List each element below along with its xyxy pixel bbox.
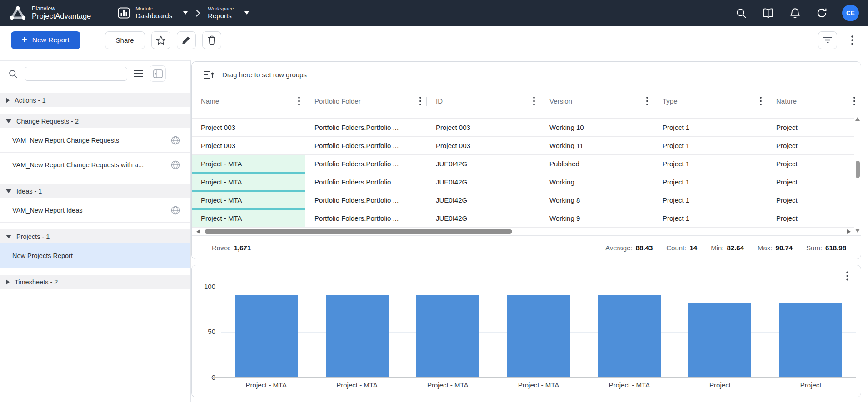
search-input[interactable] [25, 67, 127, 81]
column-header-name[interactable]: Name [192, 88, 305, 114]
cell-name[interactable]: Project - MTA [192, 191, 305, 209]
cell-name[interactable]: Project 003 [192, 119, 305, 136]
chart-xlabels: Project - MTAProject - MTAProject - MTAP… [221, 381, 856, 389]
cell-portfolio-folder[interactable]: Portfolio Folders.Portfolio ... [305, 119, 427, 136]
delete-button[interactable] [202, 31, 221, 49]
sidebar-item[interactable]: New Projects Report [0, 243, 190, 268]
bar-4[interactable] [598, 295, 661, 377]
cell-id[interactable]: JUE0I42G [427, 155, 540, 173]
filter-button[interactable] [818, 31, 837, 49]
refresh-icon[interactable] [815, 7, 828, 20]
cell-portfolio-folder[interactable]: Portfolio Folders.Portfolio ... [305, 173, 427, 191]
horizontal-scrollbar-thumb[interactable] [205, 229, 512, 234]
cell-name[interactable]: Project - MTA [192, 155, 305, 173]
row-group-dropzone[interactable]: Drag here to set row groups [192, 62, 861, 88]
cell-name[interactable]: Project 003 [192, 137, 305, 154]
bar-6[interactable] [779, 303, 842, 377]
search-icon[interactable] [735, 7, 748, 20]
cell-version[interactable]: Published [540, 155, 653, 173]
bar-1[interactable] [326, 295, 389, 377]
scroll-left-icon[interactable] [196, 229, 200, 234]
sidebar-section-header[interactable]: Ideas - 1 [0, 184, 190, 198]
sidebar-section-header[interactable]: Actions - 1 [0, 93, 190, 107]
help-book-icon[interactable] [762, 7, 774, 20]
cell-id[interactable]: JUE0I42G [427, 209, 540, 227]
edit-button[interactable] [177, 31, 196, 49]
module-selector[interactable]: Module Dashboards [118, 6, 188, 20]
column-header-portfolio-folder[interactable]: Portfolio Folder [305, 88, 427, 114]
cell-type[interactable]: Project 1 [653, 119, 767, 136]
table-row[interactable]: Project - MTAPortfolio Folders.Portfolio… [192, 209, 861, 228]
cell-version[interactable]: Working 9 [540, 209, 653, 227]
new-report-button[interactable]: + New Report [11, 31, 80, 49]
horizontal-scrollbar[interactable] [192, 228, 861, 235]
cell-name[interactable]: Project - MTA [192, 209, 305, 227]
sidebar-item[interactable]: VAM_New Report Change Requests [0, 128, 190, 153]
column-menu-icon[interactable] [533, 97, 535, 105]
cell-id[interactable]: Project 003 [427, 137, 540, 154]
sidebar-item[interactable]: VAM_New Report Ideas [0, 198, 190, 223]
table-row[interactable]: Project - MTAPortfolio Folders.Portfolio… [192, 155, 861, 173]
table-row[interactable]: Project - MTAPortfolio Folders.Portfolio… [192, 173, 861, 191]
cell-portfolio-folder[interactable]: Portfolio Folders.Portfolio ... [305, 191, 427, 209]
vertical-scrollbar-thumb[interactable] [856, 161, 860, 178]
column-header-version[interactable]: Version [540, 88, 653, 114]
sidebar-section-header[interactable]: Timesheets - 2 [0, 275, 190, 289]
cell-version[interactable]: Working 11 [540, 137, 653, 154]
cell-nature[interactable]: Project [767, 137, 861, 154]
share-button[interactable]: Share [105, 31, 145, 49]
notifications-bell-icon[interactable] [788, 7, 801, 20]
cell-portfolio-folder[interactable]: Portfolio Folders.Portfolio ... [305, 137, 427, 154]
cell-type[interactable]: Project 1 [653, 209, 767, 227]
column-menu-icon[interactable] [298, 97, 300, 105]
cell-version[interactable]: Working 8 [540, 191, 653, 209]
cell-version[interactable]: Working [540, 173, 653, 191]
scroll-right-icon[interactable] [847, 229, 851, 234]
column-menu-icon[interactable] [419, 97, 421, 105]
bar-5[interactable] [688, 303, 751, 377]
favorite-button[interactable] [151, 31, 170, 49]
sidebar-search-row [0, 61, 190, 86]
cell-type[interactable]: Project 1 [653, 155, 767, 173]
chart-kebab-menu[interactable] [846, 271, 848, 281]
column-header-nature[interactable]: Nature [767, 88, 861, 114]
table-row[interactable]: Project - MTAPortfolio Folders.Portfolio… [192, 191, 861, 209]
toolbar-kebab-menu[interactable] [847, 34, 857, 46]
cell-name[interactable]: Project - MTA [192, 173, 305, 191]
vertical-scrollbar[interactable] [854, 114, 861, 235]
scroll-up-icon[interactable] [855, 117, 860, 121]
cell-nature[interactable]: Project [767, 209, 861, 227]
table-row[interactable]: Project 003Portfolio Folders.Portfolio .… [192, 137, 861, 155]
table-row[interactable]: Project 003Portfolio Folders.Portfolio .… [192, 119, 861, 137]
cell-nature[interactable]: Project [767, 155, 861, 173]
cell-portfolio-folder[interactable]: Portfolio Folders.Portfolio ... [305, 155, 427, 173]
user-avatar[interactable]: CE [842, 5, 859, 21]
column-menu-icon[interactable] [853, 97, 855, 105]
cell-id[interactable]: Project 003 [427, 119, 540, 136]
sidebar-section-header[interactable]: Change Requests - 2 [0, 114, 190, 128]
sidebar-item[interactable]: VAM_New Report Change Requests with a... [0, 153, 190, 177]
cell-type[interactable]: Project 1 [653, 137, 767, 154]
column-header-type[interactable]: Type [653, 88, 767, 114]
bar-2[interactable] [416, 295, 479, 377]
workspace-selector[interactable]: Workspace Reports [208, 6, 249, 20]
cell-type[interactable]: Project 1 [653, 191, 767, 209]
column-header-id[interactable]: ID [427, 88, 540, 114]
cell-nature[interactable]: Project [767, 119, 861, 136]
column-menu-icon[interactable] [646, 97, 648, 105]
cell-version[interactable]: Working 10 [540, 119, 653, 136]
bar-0[interactable] [235, 295, 298, 377]
cell-portfolio-folder[interactable]: Portfolio Folders.Portfolio ... [305, 209, 427, 227]
brand-logo[interactable]: Planview. ProjectAdvantage [9, 5, 91, 20]
list-menu-icon[interactable] [134, 70, 143, 77]
cell-nature[interactable]: Project [767, 191, 861, 209]
cell-type[interactable]: Project 1 [653, 173, 767, 191]
cell-nature[interactable]: Project [767, 173, 861, 191]
bar-3[interactable] [507, 295, 570, 377]
sidebar-section-header[interactable]: Projects - 1 [0, 229, 190, 243]
scroll-down-icon[interactable] [855, 229, 860, 233]
column-menu-icon[interactable] [760, 97, 762, 105]
collapse-panel-button[interactable] [150, 65, 166, 82]
cell-id[interactable]: JUE0I42G [427, 191, 540, 209]
cell-id[interactable]: JUE0I42G [427, 173, 540, 191]
